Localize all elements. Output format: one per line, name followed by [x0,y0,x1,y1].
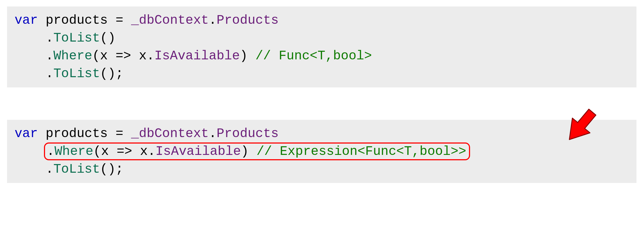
spacer [7,87,638,120]
method-tolist: ToList [53,162,100,176]
page-canvas: var products = _dbContext.Products .ToLi… [0,0,644,238]
ident-products: Products [217,126,279,141]
method-where: Where [54,144,93,159]
method-tolist: ToList [53,31,100,45]
comment-expression: // Expression<Func<T,bool>> [256,144,466,159]
code-block-top: var products = _dbContext.Products .ToLi… [7,6,636,87]
text-space [123,126,131,141]
text-products: products [46,13,108,28]
text-paren: (); [100,162,123,176]
text-paren: () [100,31,116,45]
keyword-var: var [15,126,38,141]
text-dot: . [47,144,54,159]
ident-dbcontext: _dbContext [131,126,209,141]
text-args: (x => x. [92,49,154,63]
text-space [108,126,116,141]
text-close: ) [240,49,255,63]
text-args: (x => x. [93,144,155,159]
text-space [38,13,46,28]
keyword-var: var [15,13,38,28]
text-space [38,126,46,141]
text-indent [15,144,46,159]
text-dot: . [46,49,53,63]
text-products: products [46,126,108,141]
text-paren: (); [100,66,123,81]
text-equals: = [115,13,123,28]
text-indent [15,66,46,81]
highlight-expression-line: .Where(x => x.IsAvailable) // Expression… [44,142,470,160]
ident-products: Products [217,13,279,28]
red-arrow-icon [558,103,604,148]
text-indent [15,49,46,63]
text-indent [15,31,46,45]
text-equals: = [115,126,123,141]
text-close: ) [241,144,256,159]
svg-marker-0 [561,105,601,147]
text-dot: . [46,31,53,45]
method-tolist: ToList [53,66,100,81]
text-dot: . [46,162,53,176]
comment-func: // Func<T,bool> [255,49,372,63]
ident-dbcontext: _dbContext [131,13,209,28]
ident-isavailable: IsAvailable [155,49,240,63]
text-indent [15,162,46,176]
text-dot: . [46,66,53,81]
text-space [108,13,116,28]
method-where: Where [53,49,92,63]
code-block-bottom: var products = _dbContext.Products .Wher… [7,120,636,183]
text-space [123,13,131,28]
text-dot: . [209,126,217,141]
ident-isavailable: IsAvailable [156,144,241,159]
text-dot: . [209,13,217,28]
